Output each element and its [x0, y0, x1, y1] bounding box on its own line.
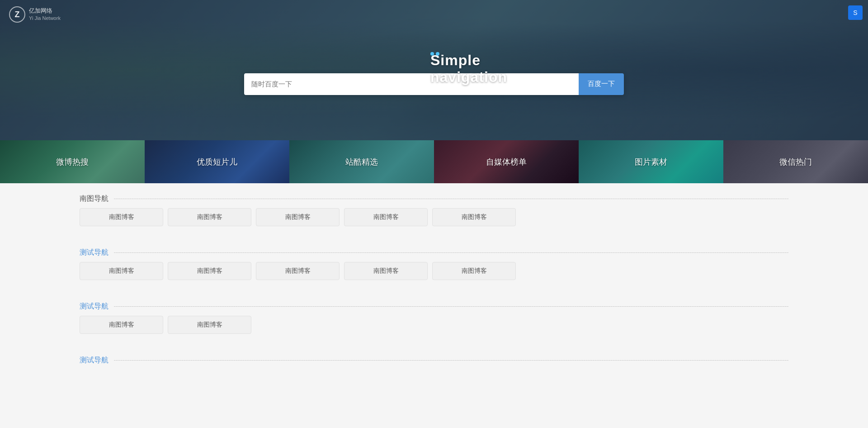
nav-links-section3: 南图博客南图博客	[80, 316, 788, 334]
section-section4: 测试导航	[80, 345, 788, 373]
nav-link-section1-2[interactable]: 南图博客	[256, 208, 340, 226]
nav-link-section2-1[interactable]: 南图博客	[168, 262, 251, 280]
card-label-station: 站酷精选	[289, 140, 434, 183]
section-title-section1: 南图导航	[80, 194, 108, 204]
section-header-section2: 测试导航	[80, 248, 788, 257]
section-title-section3: 测试导航	[80, 302, 108, 311]
card-label-weibo: 微博热搜	[0, 140, 145, 183]
nav-links-section2: 南图博客南图博客南图博客南图博客南图博客	[80, 262, 788, 280]
section-title-section4: 测试导航	[80, 356, 108, 365]
card-wechat[interactable]: 微信热门	[723, 140, 868, 183]
card-label-media: 自媒体榜单	[434, 140, 579, 183]
nav-link-section2-4[interactable]: 南图博客	[432, 262, 516, 280]
logo[interactable]: Z 亿加网络 Yi Jia Network	[9, 6, 61, 23]
nav-link-section2-3[interactable]: 南图博客	[344, 262, 428, 280]
nav-link-section1-4[interactable]: 南图博客	[432, 208, 516, 226]
nav-link-section3-1[interactable]: 南图博客	[168, 316, 251, 334]
nav-link-section1-0[interactable]: 南图博客	[80, 208, 163, 226]
logo-text: 亿加网络 Yi Jia Network	[29, 7, 61, 21]
section-section3: 测试导航南图博客南图博客	[80, 291, 788, 345]
section-section1: 南图导航南图博客南图博客南图博客南图博客南图博客	[80, 183, 788, 237]
card-image[interactable]: 图片素材	[579, 140, 723, 183]
hero-title: Simple navigation	[429, 46, 439, 62]
nav-link-section2-0[interactable]: 南图博客	[80, 262, 163, 280]
cards-strip: 微博热搜 优质短片儿 站酷精选 自媒体榜单 图片素材 微信热门	[0, 140, 868, 183]
card-label-video: 优质短片儿	[145, 140, 289, 183]
card-media[interactable]: 自媒体榜单	[434, 140, 579, 183]
nav-links-section1: 南图博客南图博客南图博客南图博客南图博客	[80, 208, 788, 226]
section-title-section2: 测试导航	[80, 248, 108, 257]
card-label-wechat: 微信热门	[723, 140, 868, 183]
card-station[interactable]: 站酷精选	[289, 140, 434, 183]
section-section2: 测试导航南图博客南图博客南图博客南图博客南图博客	[80, 237, 788, 291]
nav-link-section2-2[interactable]: 南图博客	[256, 262, 340, 280]
section-header-section1: 南图导航	[80, 194, 788, 204]
nav-link-section1-3[interactable]: 南图博客	[344, 208, 428, 226]
logo-icon: Z	[9, 6, 25, 23]
hero-content: Simple navigation 百度一下	[0, 46, 868, 95]
section-header-section3: 测试导航	[80, 302, 788, 311]
nav-link-section3-0[interactable]: 南图博客	[80, 316, 163, 334]
search-button[interactable]: 百度一下	[579, 73, 624, 95]
section-divider-section2	[114, 252, 788, 253]
hero-section: Simple navigation 百度一下	[0, 0, 868, 140]
nav-link-section1-1[interactable]: 南图博客	[168, 208, 251, 226]
card-video[interactable]: 优质短片儿	[145, 140, 289, 183]
card-label-image: 图片素材	[579, 140, 723, 183]
section-divider-section1	[114, 199, 788, 199]
section-divider-section4	[114, 360, 788, 361]
section-divider-section3	[114, 306, 788, 307]
section-header-section4: 测试导航	[80, 356, 788, 365]
search-input[interactable]	[244, 73, 579, 95]
top-right-button[interactable]: S	[848, 5, 863, 20]
main-content: 南图导航南图博客南图博客南图博客南图博客南图博客测试导航南图博客南图博客南图博客…	[0, 183, 868, 373]
card-weibo[interactable]: 微博热搜	[0, 140, 145, 183]
